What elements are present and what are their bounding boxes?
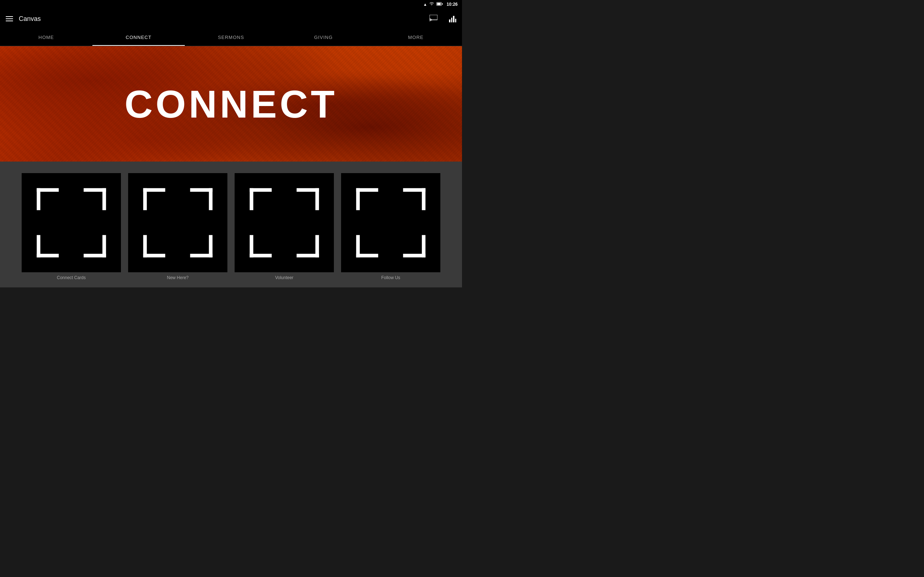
hero-title: CONNECT bbox=[124, 82, 338, 127]
bracket-icon bbox=[356, 188, 426, 258]
status-time: 10:26 bbox=[446, 2, 458, 7]
bar-chart-icon[interactable] bbox=[449, 15, 456, 23]
app-title: Canvas bbox=[19, 15, 418, 23]
wifi-icon bbox=[429, 2, 434, 6]
list-item[interactable]: Follow Us bbox=[341, 173, 440, 280]
status-bar: ▲ 10:26 bbox=[0, 0, 462, 9]
signal-icon: ▲ bbox=[423, 2, 427, 6]
tab-nav: HOME CONNECT SERMONS GIVING MORE bbox=[0, 29, 462, 46]
card-label-4: Follow Us bbox=[381, 275, 400, 280]
list-item[interactable]: Volunteer bbox=[234, 173, 334, 280]
svg-point-4 bbox=[430, 21, 430, 21]
tab-home[interactable]: HOME bbox=[0, 29, 92, 46]
bracket-icon bbox=[36, 188, 106, 258]
card-image-3 bbox=[234, 173, 334, 272]
tab-giving[interactable]: GIVING bbox=[277, 29, 370, 46]
list-item[interactable]: New Here? bbox=[128, 173, 228, 280]
hero-banner: CONNECT bbox=[0, 46, 462, 161]
card-label-3: Volunteer bbox=[275, 275, 294, 280]
cast-icon[interactable] bbox=[430, 15, 438, 23]
list-item[interactable]: Connect Cards bbox=[22, 173, 121, 280]
card-label-2: New Here? bbox=[167, 275, 188, 280]
svg-rect-1 bbox=[442, 3, 443, 5]
tab-sermons[interactable]: SERMONS bbox=[185, 29, 277, 46]
svg-rect-2 bbox=[437, 3, 441, 5]
tab-more[interactable]: MORE bbox=[370, 29, 462, 46]
card-image-4 bbox=[341, 173, 440, 272]
card-grid: Connect Cards New Here? bbox=[22, 173, 440, 280]
card-image-2 bbox=[128, 173, 228, 272]
bracket-icon bbox=[143, 188, 213, 258]
card-image-1 bbox=[22, 173, 121, 272]
battery-icon bbox=[436, 2, 443, 6]
top-nav: Canvas bbox=[0, 9, 462, 29]
card-label-1: Connect Cards bbox=[57, 275, 86, 280]
content-area: Connect Cards New Here? bbox=[0, 161, 462, 287]
tab-connect[interactable]: CONNECT bbox=[92, 29, 185, 46]
bracket-icon bbox=[249, 188, 319, 258]
hamburger-icon[interactable] bbox=[6, 16, 13, 21]
